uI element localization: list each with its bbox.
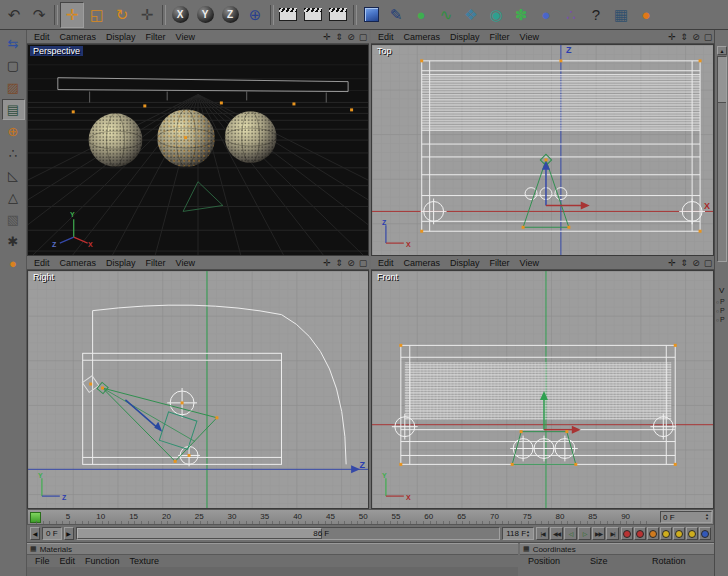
last-tool-icon[interactable]: ✛ <box>135 2 159 28</box>
material-ball-icon[interactable]: ● <box>634 2 658 28</box>
current-frame-field[interactable]: 0 F ▲ ▼ <box>660 511 712 523</box>
range-right-arrow[interactable]: ▶ <box>64 527 74 540</box>
snap-settings-icon[interactable]: ✱ <box>2 231 25 252</box>
viewport-menu-item[interactable]: View <box>171 32 200 42</box>
start-frame-field[interactable]: 0 F <box>42 527 62 540</box>
record-scale-button[interactable] <box>660 527 672 540</box>
rotate-view-icon[interactable]: ⊘ <box>345 32 357 42</box>
rotate-view-icon[interactable]: ⊘ <box>690 32 702 42</box>
texture-axis-mode-icon[interactable]: ▧ <box>2 209 25 230</box>
viewport-top[interactable]: EditCamerasDisplayFilterView ✛⇕⊘▢ <box>371 30 714 256</box>
range-left-arrow[interactable]: ◀ <box>30 527 40 540</box>
coordinate-system-icon[interactable]: ⊕ <box>243 2 267 28</box>
render-view-icon[interactable] <box>276 2 300 28</box>
materials-list-area[interactable] <box>27 567 518 576</box>
animation-dot-icon[interactable]: ○ <box>716 317 719 323</box>
spinner-down-icon[interactable]: ▼ <box>705 517 709 521</box>
materials-menu-item[interactable]: Function <box>80 556 125 566</box>
scrollbar-handle[interactable] <box>77 528 322 539</box>
edges-mode-icon[interactable]: ◺ <box>2 165 25 186</box>
record-keyframe-button[interactable] <box>621 527 633 540</box>
zoom-view-icon[interactable]: ⇕ <box>678 258 690 268</box>
materials-menu-item[interactable]: Texture <box>125 556 165 566</box>
viewport-menu-item[interactable]: View <box>515 32 544 42</box>
viewport-menu-item[interactable]: Filter <box>485 32 515 42</box>
end-frame-spinner[interactable]: ▲ ▼ <box>526 530 530 538</box>
points-mode-icon[interactable]: ∴ <box>2 143 25 164</box>
add-environment-icon[interactable]: ● <box>534 2 558 28</box>
move-tool-icon[interactable]: ✛ <box>60 2 84 28</box>
viewport-menu-item[interactable]: Edit <box>373 32 399 42</box>
lock-y-axis-icon[interactable]: Y <box>193 2 217 28</box>
viewport-front[interactable]: EditCamerasDisplayFilterView ✛⇕⊘▢ <box>371 256 714 509</box>
previous-frame-button[interactable]: ◁ <box>564 527 577 540</box>
perspective-canvas[interactable]: Perspective Y X Z <box>27 44 369 256</box>
add-metaball-icon[interactable]: ✽ <box>509 2 533 28</box>
coordinates-panel-header[interactable]: ▦ Coordinates <box>520 544 714 555</box>
viewport-menu-item[interactable]: Filter <box>485 258 515 268</box>
rotate-view-icon[interactable]: ⊘ <box>690 258 702 268</box>
right-canvas[interactable]: Right Z Y Z <box>27 270 369 509</box>
object-axis-mode-icon[interactable]: ⊕ <box>2 121 25 142</box>
model-mode-icon[interactable]: ▢ <box>2 55 25 76</box>
viewport-menu-item[interactable]: Edit <box>373 258 399 268</box>
help-icon[interactable]: ? <box>584 2 608 28</box>
viewport-menu-item[interactable]: Cameras <box>399 258 446 268</box>
toggle-view-icon[interactable]: ▢ <box>702 32 714 42</box>
toolbar-separator[interactable] <box>351 2 358 28</box>
toggle-view-icon[interactable]: ▢ <box>702 258 714 268</box>
spinner-down-icon[interactable]: ▼ <box>526 534 530 538</box>
attribute-row[interactable]: ○ P <box>716 316 725 323</box>
viewport-menu-item[interactable]: View <box>515 258 544 268</box>
render-picture-viewer-icon[interactable] <box>301 2 325 28</box>
add-hypernurbs-icon[interactable]: ● <box>409 2 433 28</box>
toggle-view-icon[interactable]: ▢ <box>357 258 369 268</box>
lock-x-axis-icon[interactable]: X <box>168 2 192 28</box>
record-point-level-button[interactable] <box>699 527 711 540</box>
viewport-menu-item[interactable]: View <box>171 258 200 268</box>
coordinate-manager-icon[interactable]: ● <box>2 253 25 274</box>
record-parameter-button[interactable] <box>686 527 698 540</box>
rotate-view-icon[interactable]: ⊘ <box>345 258 357 268</box>
frame-spinner[interactable]: ▲ ▼ <box>705 513 709 521</box>
add-particles-icon[interactable]: ∴ <box>559 2 583 28</box>
timeline-ruler[interactable]: 51015202530354045505560657075808590 0 F … <box>27 509 714 525</box>
scale-tool-icon[interactable]: ◱ <box>85 2 109 28</box>
autokey-button[interactable] <box>634 527 646 540</box>
zoom-view-icon[interactable]: ⇕ <box>678 32 690 42</box>
pan-view-icon[interactable]: ✛ <box>666 32 678 42</box>
viewport-menu-item[interactable]: Display <box>101 258 141 268</box>
scroll-up-icon[interactable]: ▲ <box>717 46 727 55</box>
animation-dot-icon[interactable]: ○ <box>716 299 719 305</box>
viewport-menu-item[interactable]: Cameras <box>55 258 102 268</box>
previous-key-button[interactable]: ◀◀ <box>550 527 563 540</box>
side-scrollbar[interactable] <box>717 56 727 262</box>
pan-view-icon[interactable]: ✛ <box>321 32 333 42</box>
toolbar-separator[interactable] <box>52 2 59 28</box>
zoom-view-icon[interactable]: ⇕ <box>333 258 345 268</box>
current-frame-slider[interactable] <box>30 512 41 523</box>
polygons-mode-icon[interactable]: △ <box>2 187 25 208</box>
pan-view-icon[interactable]: ✛ <box>321 258 333 268</box>
goto-end-button[interactable]: ▶| <box>606 527 619 540</box>
viewport-menu-item[interactable]: Display <box>445 258 485 268</box>
next-frame-button[interactable]: ▶▶ <box>592 527 605 540</box>
viewport-menu-item[interactable]: Display <box>101 32 141 42</box>
materials-menu-item[interactable]: Edit <box>55 556 81 566</box>
add-primitive-cube-icon[interactable] <box>359 2 383 28</box>
viewport-menu-item[interactable]: Filter <box>141 258 171 268</box>
viewport-menu-item[interactable]: Cameras <box>399 32 446 42</box>
toolbar-separator[interactable] <box>160 2 167 28</box>
viewport-menu-item[interactable]: Cameras <box>55 32 102 42</box>
zoom-view-icon[interactable]: ⇕ <box>333 32 345 42</box>
add-array-icon[interactable]: ❖ <box>459 2 483 28</box>
attribute-row[interactable]: ○ P <box>716 298 725 305</box>
viewport-perspective[interactable]: EditCamerasDisplayFilterView ✛⇕⊘▢ <box>27 30 369 256</box>
viewport-menu-item[interactable]: Display <box>445 32 485 42</box>
undo-icon[interactable]: ↶ <box>2 2 26 28</box>
texture-mode-icon[interactable]: ▨ <box>2 77 25 98</box>
record-position-button[interactable] <box>647 527 659 540</box>
toggle-view-icon[interactable]: ▢ <box>357 32 369 42</box>
end-frame-field[interactable]: 118 F ▲ ▼ <box>502 527 534 540</box>
top-canvas[interactable]: Top Z X Z X <box>371 44 714 256</box>
